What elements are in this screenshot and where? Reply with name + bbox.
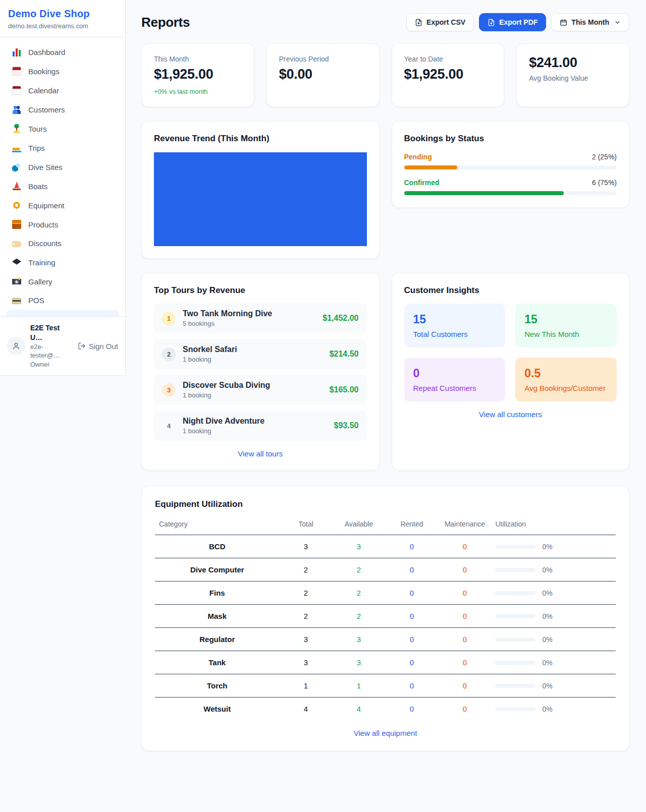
camera-icon	[12, 277, 21, 286]
sidebar-item-customers[interactable]: Customers	[6, 100, 119, 119]
tour-bookings: 1 booking	[183, 427, 264, 435]
header-actions: Export CSV Export PDF This Month	[406, 13, 629, 31]
table-row: Dive Computer 2 2 0 0 0%	[155, 558, 616, 582]
sidebar-item-pos[interactable]: POS	[6, 291, 119, 310]
sidebar-item-bookings[interactable]: Bookings	[6, 62, 119, 81]
sidebar-item-reports-active-peek[interactable]	[6, 310, 119, 316]
charts-row: Revenue Trend (This Month) Bookings by S…	[141, 121, 629, 259]
export-pdf-label: Export PDF	[499, 18, 537, 26]
period-label: This Month	[571, 18, 609, 26]
cell-rented: 0	[385, 651, 438, 674]
stat-value: $1,925.00	[154, 67, 242, 82]
table-row: Wetsuit 4 4 0 0 0%	[155, 698, 616, 721]
cell-total: 2	[280, 605, 333, 628]
cell-maintenance: 0	[438, 651, 491, 674]
utilization-percent: 0%	[542, 566, 552, 574]
sidebar-item-gallery[interactable]: Gallery	[6, 272, 119, 291]
revenue-trend-chart	[154, 152, 367, 246]
table-row: BCD 3 3 0 0 0%	[155, 535, 616, 558]
app-root: Demo Dive Shop demo.test.divestreams.com…	[0, 0, 646, 775]
user-meta: E2E Test U… e2e-tester@… Owner	[30, 323, 73, 369]
diving-mask-icon	[12, 201, 21, 210]
rank-badge: 1	[162, 312, 176, 325]
sidebar-item-dashboard[interactable]: Dashboard	[6, 42, 119, 62]
tour-name: Snorkel Safari	[183, 345, 237, 354]
rank-badge: 4	[162, 419, 176, 433]
cell-maintenance: 0	[438, 628, 491, 651]
utilization-track	[495, 707, 535, 711]
column-header-rented: Rented	[385, 513, 438, 535]
stat-delta: +0% vs last month	[154, 88, 242, 95]
tile-total-customers: 15 Total Customers	[404, 304, 506, 347]
sidebar-item-calendar[interactable]: Calendar	[6, 81, 119, 100]
tile-label: Avg Bookings/Customer	[524, 384, 608, 392]
cell-total: 2	[280, 558, 333, 582]
package-icon	[12, 220, 21, 229]
view-all-customers-link[interactable]: View all customers	[404, 410, 617, 419]
column-header-total: Total	[280, 513, 333, 535]
cell-available: 3	[333, 651, 386, 674]
calendar-icon	[560, 19, 567, 26]
cell-available: 4	[333, 698, 386, 721]
stat-label: Year to Date	[404, 55, 492, 63]
cell-utilization: 0%	[491, 651, 616, 674]
sidebar-item-discounts[interactable]: Discounts	[6, 234, 119, 253]
cell-maintenance: 0	[438, 558, 491, 582]
sidebar-item-products[interactable]: Products	[6, 215, 119, 234]
tour-name: Discover Scuba Diving	[183, 381, 270, 390]
cell-utilization: 0%	[491, 698, 616, 721]
utilization-track	[495, 684, 535, 688]
status-row-confirmed: Confirmed 6 (75%)	[404, 179, 617, 195]
sidebar-item-tours[interactable]: Tours	[6, 119, 119, 138]
shop-name-link[interactable]: Demo Dive Shop	[8, 8, 117, 20]
column-header-utilization: Utilization	[491, 513, 616, 535]
file-download-icon	[488, 19, 495, 26]
column-header-maintenance: Maintenance	[438, 513, 491, 535]
tile-repeat-customers: 0 Repeat Customers	[404, 358, 506, 401]
cell-category: Fins	[155, 582, 280, 605]
status-count: 2 (25%)	[592, 153, 617, 161]
utilization-percent: 0%	[542, 682, 552, 690]
cell-maintenance: 0	[438, 698, 491, 721]
cell-total: 4	[280, 698, 333, 721]
cell-total: 2	[280, 582, 333, 605]
utilization-percent: 0%	[542, 543, 552, 551]
people-icon	[12, 105, 21, 114]
progress-fill	[404, 165, 457, 169]
main-content: Reports Export CSV Expor	[126, 0, 646, 775]
utilization-track	[495, 591, 535, 595]
sidebar-item-label: Trips	[28, 144, 45, 152]
export-csv-button[interactable]: Export CSV	[406, 13, 474, 31]
sidebar-item-equipment[interactable]: Equipment	[6, 196, 119, 215]
view-all-tours-link[interactable]: View all tours	[154, 449, 367, 458]
desert-island-icon	[12, 124, 21, 133]
sidebar-item-training[interactable]: Training	[6, 253, 119, 272]
sidebar-item-label: Discounts	[28, 239, 62, 248]
bookings-by-status-title: Bookings by Status	[404, 134, 617, 144]
bookings-by-status-card: Bookings by Status Pending 2 (25%) Confi…	[392, 121, 630, 208]
cell-category: Torch	[155, 674, 280, 698]
sign-out-button[interactable]: Sign Out	[78, 342, 118, 351]
cell-available: 3	[333, 535, 386, 558]
sidebar-item-dive-sites[interactable]: Dive Sites	[6, 157, 119, 177]
sidebar-item-trips[interactable]: Trips	[6, 138, 119, 157]
cell-total: 3	[280, 535, 333, 558]
cell-category: Regulator	[155, 628, 280, 651]
cell-rented: 0	[385, 674, 438, 698]
shop-domain: demo.test.divestreams.com	[8, 22, 117, 30]
period-dropdown[interactable]: This Month	[551, 13, 629, 31]
sidebar-item-boats[interactable]: Boats	[6, 177, 119, 196]
list-item: 3 Discover Scuba Diving 1 booking $165.0…	[154, 375, 367, 405]
cell-utilization: 0%	[491, 628, 616, 651]
sidebar-item-label: Boats	[28, 182, 47, 191]
utilization-track	[495, 568, 535, 572]
export-pdf-button[interactable]: Export PDF	[479, 13, 546, 31]
utilization-track	[495, 637, 535, 642]
cell-rented: 0	[385, 628, 438, 651]
cell-available: 2	[333, 605, 386, 628]
cell-available: 1	[333, 674, 386, 698]
utilization-percent: 0%	[542, 659, 552, 667]
cell-maintenance: 0	[438, 674, 491, 698]
view-all-equipment-link[interactable]: View all equipment	[155, 729, 616, 737]
top-tours-card: Top Tours by Revenue 1 Two Tank Morning …	[141, 273, 380, 471]
